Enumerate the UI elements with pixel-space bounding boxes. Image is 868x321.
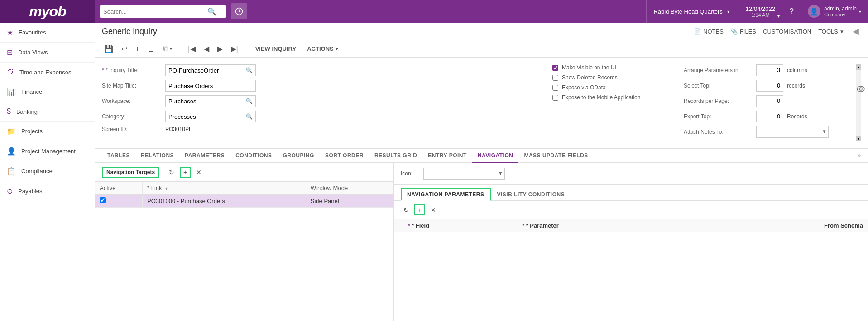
sub-section-toolbar: ↻ + ✕ [394, 201, 868, 219]
screen-id-row: Screen ID: PO3010PL [102, 126, 539, 132]
tab-sort-order[interactable]: SORT ORDER [320, 149, 369, 163]
attach-notes-select[interactable] [756, 126, 829, 138]
sidebar-item-label: Payables [18, 188, 42, 195]
tools-button[interactable]: TOOLS ▾ [818, 28, 844, 35]
user-name: admin, admin [824, 5, 857, 12]
collapse-button[interactable]: ◀ [850, 26, 861, 36]
actions-label: ACTIONS [307, 45, 334, 52]
files-button[interactable]: 📎 FILES [730, 28, 756, 35]
params-table-header-row: * Field * Parameter From Schema [394, 219, 868, 232]
tab-mass-update[interactable]: MASS UPDATE FIELDS [518, 149, 593, 163]
inquiry-title-input[interactable]: PO-PurchaseOrder 🔍 [165, 64, 256, 76]
sidebar-item-compliance[interactable]: 📋 Compliance [0, 161, 95, 181]
sidebar-item-payables[interactable]: ⊙ Payables [0, 181, 95, 201]
tab-conditions[interactable]: CONDITIONS [230, 149, 277, 163]
params-refresh-button[interactable]: ↻ [401, 204, 412, 215]
sidebar-item-data-views[interactable]: ⊞ Data Views [0, 43, 95, 63]
make-visible-checkbox[interactable] [552, 65, 558, 71]
save-button[interactable]: 💾 [102, 43, 115, 54]
history-button[interactable] [231, 3, 247, 19]
site-map-title-row: Site Map Title: Purchase Orders [102, 80, 539, 92]
sidebar-item-project-management[interactable]: 👤 Project Management [0, 141, 95, 161]
datetime-selector[interactable]: 12/04/2022 1:14 AM ▾ [739, 0, 782, 23]
chart-icon: 📊 [7, 88, 16, 96]
sidebar-item-favourites[interactable]: ★ Favourites [0, 23, 95, 43]
prev-button[interactable]: ◀ [201, 43, 211, 54]
eye-button[interactable] [854, 82, 868, 96]
row-active-checkbox[interactable] [100, 197, 106, 203]
sidebar-item-projects[interactable]: 📁 Projects [0, 122, 95, 141]
show-deleted-checkbox[interactable] [552, 75, 558, 81]
sub-tab-nav-params[interactable]: NAVIGATION PARAMETERS [401, 188, 491, 201]
nav-targets-add-button[interactable]: + [180, 167, 191, 178]
toolbar-separator [180, 44, 180, 54]
site-map-title-input[interactable]: Purchase Orders [165, 80, 256, 92]
category-value: Processes [168, 113, 196, 120]
help-button[interactable]: ? [782, 0, 801, 23]
workspace-search-icon[interactable]: 🔍 [246, 98, 253, 104]
date-display: 12/04/2022 [746, 5, 775, 12]
sub-tabs: NAVIGATION PARAMETERS VISIBILITY CONDITI… [394, 185, 868, 201]
make-visible-label: Make Visible on the UI [562, 64, 616, 71]
params-delete-button[interactable]: ✕ [428, 204, 439, 215]
search-input[interactable] [103, 8, 207, 15]
actions-button[interactable]: ACTIONS ▾ [303, 44, 341, 54]
customisation-button[interactable]: CUSTOMISATION [763, 28, 811, 35]
params-add-button[interactable]: + [414, 204, 425, 215]
expose-mobile-checkbox[interactable] [552, 95, 558, 101]
sub-tab-visibility[interactable]: VISIBILITY CONDITIONS [491, 188, 571, 201]
attach-notes-row: Attach Notes To: [684, 126, 842, 138]
scroll-up-button[interactable]: ▲ [856, 64, 861, 70]
col-window-mode: Window Mode [306, 182, 393, 195]
notes-button[interactable]: 📄 NOTES [694, 28, 724, 35]
tab-grouping[interactable]: GROUPING [278, 149, 320, 163]
view-inquiry-button[interactable]: VIEW INQUIRY [252, 44, 300, 54]
tab-tables[interactable]: TABLES [102, 149, 135, 163]
export-top-input[interactable] [756, 111, 783, 122]
undo-button[interactable]: ↩ [119, 43, 129, 54]
table-row[interactable]: PO301000 - Purchase Orders Side Panel [95, 195, 393, 208]
records-label: records [787, 83, 805, 89]
tab-entry-point[interactable]: ENTRY POINT [422, 149, 472, 163]
inquiry-search-icon[interactable]: 🔍 [246, 67, 253, 73]
tab-relations[interactable]: RELATIONS [135, 149, 179, 163]
category-input[interactable]: Processes 🔍 [165, 111, 256, 122]
workspace-input[interactable]: Purchases 🔍 [165, 95, 256, 107]
select-top-input[interactable] [756, 80, 783, 92]
svg-point-2 [859, 88, 862, 90]
nav-targets-refresh-button[interactable]: ↻ [166, 167, 177, 178]
search-icon[interactable]: 🔍 [207, 7, 216, 16]
sidebar-item-banking[interactable]: $ Banking [0, 102, 95, 122]
page-title: Generic Inquiry [102, 27, 157, 36]
sidebar-item-time-expenses[interactable]: ⏱ Time and Expenses [0, 63, 95, 82]
tab-parameters[interactable]: PARAMETERS [179, 149, 230, 163]
category-search-icon[interactable]: 🔍 [246, 113, 253, 120]
tab-results-grid[interactable]: RESULTS GRID [369, 149, 422, 163]
arrange-params-row: Arrange Parameters in: columns [684, 64, 842, 76]
tabs-more-button[interactable]: » [857, 151, 861, 160]
arrange-params-input[interactable] [756, 64, 783, 76]
screen-id-value: PO3010PL [165, 126, 192, 132]
user-button[interactable]: 👤 admin, admin Company ▾ [801, 0, 868, 23]
last-button[interactable]: ▶| [229, 43, 240, 54]
nav-params-panel: Icon: NAVIGATION PARAMETERS VISIBILITY C… [394, 163, 868, 321]
next-button[interactable]: ▶ [215, 43, 225, 54]
col-active-label: Active [100, 185, 115, 191]
scroll-down-button[interactable]: ▼ [856, 136, 861, 141]
expose-odata-checkbox[interactable] [552, 85, 558, 91]
col-from-schema-label: From Schema [824, 222, 863, 229]
icon-select[interactable] [423, 168, 505, 180]
sidebar-item-finance[interactable]: 📊 Finance [0, 82, 95, 102]
add-button[interactable]: + [133, 44, 142, 54]
first-button[interactable]: |◀ [186, 43, 197, 54]
records-per-page-input[interactable] [756, 95, 783, 107]
sidebar-item-label: Compliance [21, 168, 53, 175]
delete-button[interactable]: 🗑 [145, 44, 157, 54]
col-parameter-label: * Parameter [526, 222, 559, 229]
workspace-label: Workspace: [102, 98, 165, 104]
nav-targets-delete-button[interactable]: ✕ [193, 167, 204, 178]
tab-navigation[interactable]: NAVIGATION [472, 149, 519, 163]
copy-button[interactable]: ⧉ ▾ [161, 44, 174, 54]
col-from-schema-header: From Schema [688, 219, 868, 232]
company-selector[interactable]: Rapid Byte Head Quarters ▾ [646, 0, 738, 23]
